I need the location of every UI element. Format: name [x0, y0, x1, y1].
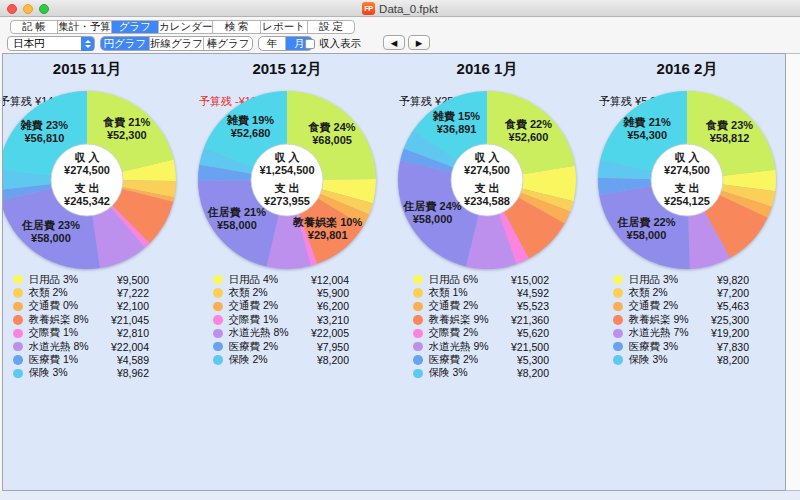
legend-label: 水道光熱 9%: [429, 340, 489, 354]
legend-amount: ¥22,005: [311, 327, 349, 339]
legend-label: 保険 2%: [229, 353, 268, 367]
legend-row-交通費: 交通費 0%¥2,100: [13, 300, 149, 313]
income-display-option: 収入表示: [305, 37, 361, 51]
center-summary: 収 入¥1,254,500支 出¥273,955: [212, 151, 362, 208]
legend-color-dot: [13, 315, 23, 325]
legend-label: 水道光熱 7%: [629, 326, 689, 340]
legend-color-dot: [613, 315, 623, 325]
pie-slice-label-食費: 食費 21%¥52,300: [67, 116, 187, 142]
toolbar-area: 記 帳集計・予算グラフカレンダー検 索レポート設 定 日本円 円グラフ 折線グラ…: [0, 18, 800, 53]
chart-panel: 2015 11月予算残 ¥14,658収 入¥274,500支 出¥245,34…: [2, 53, 786, 491]
slice-name-percent: 教養娯楽 10%: [268, 216, 388, 229]
legend-label: 交際費 1%: [229, 313, 279, 327]
legend-amount: ¥5,300: [517, 354, 549, 366]
legend-row-教養娯楽: 教養娯楽 8%¥21,045: [13, 313, 149, 326]
legend-row-医療費: 医療費 2%¥5,300: [413, 353, 549, 366]
slice-amount: ¥58,812: [670, 132, 786, 145]
legend-row-交通費: 交通費 2%¥5,523: [413, 300, 549, 313]
legend-row-交際費: 交際費 2%¥5,620: [413, 327, 549, 340]
chart-type-line-button[interactable]: 折線グラフ: [150, 37, 204, 50]
period-year-button[interactable]: 年: [259, 37, 286, 50]
legend-amount: ¥15,002: [511, 274, 549, 286]
previous-period-button[interactable]: ◀: [383, 35, 405, 50]
tab-5[interactable]: レポート: [261, 21, 308, 33]
currency-select[interactable]: 日本円: [7, 36, 95, 51]
legend-label: 日用品 6%: [429, 273, 479, 287]
scrollbar-track[interactable]: [786, 53, 800, 491]
chart-type-pie-button[interactable]: 円グラフ: [101, 37, 150, 50]
legend-label: 衣類 2%: [229, 286, 268, 300]
legend-amount: ¥7,200: [717, 287, 749, 299]
legend-label: 日用品 4%: [229, 273, 279, 287]
tab-6[interactable]: 設 定: [308, 21, 354, 33]
income-checkbox[interactable]: [305, 39, 315, 49]
legend-color-dot: [213, 355, 223, 365]
legend-row-日用品: 日用品 4%¥12,004: [213, 273, 349, 286]
legend-label: 交通費 2%: [429, 299, 479, 313]
title-bar[interactable]: FP Data_0.fpkt: [0, 0, 800, 17]
pie-slice-label-食費: 食費 24%¥68,005: [272, 121, 392, 147]
pie-slice-label-食費: 食費 22%¥52,600: [468, 118, 588, 144]
chart-block-0: 2015 11月予算残 ¥14,658収 入¥274,500支 出¥245,34…: [2, 54, 187, 490]
legend-row-交通費: 交通費 2%¥5,463: [613, 300, 749, 313]
legend-label: 交通費 2%: [629, 299, 679, 313]
tab-1[interactable]: 集計・予算: [58, 21, 112, 33]
legend-amount: ¥2,100: [117, 300, 149, 312]
tab-2[interactable]: グラフ: [112, 21, 159, 33]
tab-4[interactable]: 検 索: [213, 21, 260, 33]
legend-row-衣類: 衣類 2%¥5,900: [213, 286, 349, 299]
previous-icon: ◀: [391, 38, 398, 48]
income-label: 収 入: [212, 151, 362, 164]
legend-row-衣類: 衣類 1%¥4,592: [413, 286, 549, 299]
pie-slice-label-食費: 食費 23%¥58,812: [670, 119, 786, 145]
slice-name-percent: 住居費 23%: [2, 219, 111, 232]
chart-type-bar-button[interactable]: 棒グラフ: [204, 37, 252, 50]
tab-bar: 記 帳集計・予算グラフカレンダー検 索レポート設 定: [10, 20, 355, 34]
legend-row-保険: 保険 2%¥8,200: [213, 353, 349, 366]
legend-row-医療費: 医療費 3%¥7,830: [613, 340, 749, 353]
legend-label: 交際費 1%: [29, 326, 79, 340]
legend-row-日用品: 日用品 3%¥9,820: [613, 273, 749, 286]
income-amount: ¥274,500: [12, 164, 162, 177]
chart-title: 2016 2月: [587, 60, 786, 79]
tab-3[interactable]: カレンダー: [159, 21, 213, 33]
legend-color-dot: [413, 342, 423, 352]
legend-color-dot: [413, 275, 423, 285]
app-window: FP Data_0.fpkt 記 帳集計・予算グラフカレンダー検 索レポート設 …: [0, 0, 800, 500]
legend-color-dot: [613, 288, 623, 298]
legend-label: 日用品 3%: [629, 273, 679, 287]
income-amount: ¥1,254,500: [212, 164, 362, 177]
legend-color-dot: [213, 342, 223, 352]
legend-color-dot: [13, 275, 23, 285]
income-label: 収 入: [12, 151, 162, 164]
currency-select-value: 日本円: [13, 37, 45, 51]
chart-type-segmented: 円グラフ 折線グラフ 棒グラフ: [100, 36, 253, 51]
legend-color-dot: [613, 302, 623, 312]
next-period-button[interactable]: ▶: [408, 35, 430, 50]
legend-label: 医療費 2%: [229, 340, 279, 354]
legend-label: 保険 3%: [429, 366, 468, 380]
pie-slice-label-教養娯楽: 教養娯楽 10%¥29,801: [268, 216, 388, 242]
legend-label: 医療費 2%: [429, 353, 479, 367]
window-title-text: Data_0.fpkt: [379, 3, 438, 15]
legend-row-日用品: 日用品 3%¥9,500: [13, 273, 149, 286]
tab-0[interactable]: 記 帳: [11, 21, 58, 33]
legend-amount: ¥6,200: [317, 300, 349, 312]
legend-label: 保険 3%: [629, 353, 668, 367]
slice-name-percent: 食費 23%: [670, 119, 786, 132]
legend-label: 水道光熱 8%: [29, 340, 89, 354]
expense-label: 支 出: [212, 182, 362, 195]
expense-label: 支 出: [412, 182, 562, 195]
slice-amount: ¥29,801: [268, 229, 388, 242]
legend-color-dot: [213, 275, 223, 285]
slice-amount: ¥52,300: [67, 129, 187, 142]
legend-row-水道光熱: 水道光熱 8%¥22,005: [213, 327, 349, 340]
legend-color-dot: [13, 369, 23, 379]
income-amount: ¥274,500: [412, 164, 562, 177]
legend-color-dot: [413, 288, 423, 298]
legend-label: 教養娯楽 9%: [429, 313, 489, 327]
legend-label: 衣類 2%: [29, 286, 68, 300]
legend-color-dot: [13, 355, 23, 365]
legend-label: 教養娯楽 9%: [629, 313, 689, 327]
legend-label: 医療費 1%: [29, 353, 79, 367]
